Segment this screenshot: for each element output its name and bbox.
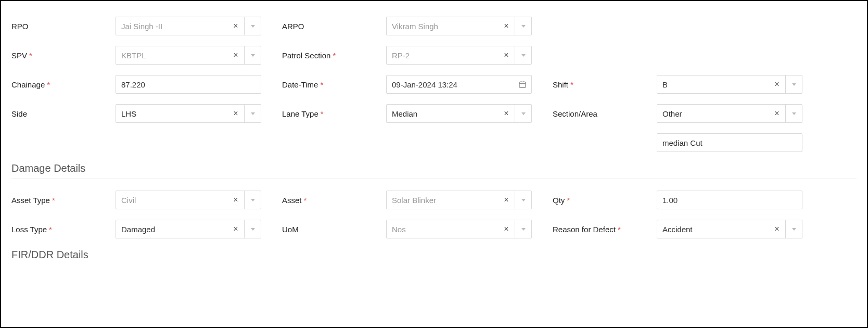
- field-lane-type: Lane Type* Median ×: [282, 104, 542, 123]
- field-asset: Asset* Solar Blinker ×: [282, 191, 542, 209]
- section-area-select[interactable]: Other ×: [657, 104, 802, 123]
- chevron-down-icon[interactable]: [244, 105, 261, 122]
- arpo-value: Vikram Singh: [387, 22, 498, 31]
- lane-type-value: Median: [387, 109, 498, 118]
- field-datetime: Date-Time*: [282, 75, 542, 94]
- label-patrol-section: Patrol Section*: [282, 51, 386, 60]
- side-value: LHS: [116, 109, 227, 118]
- row-rpo-arpo: RPO Jai Singh -II × ARPO Vikram Singh ×: [11, 17, 857, 35]
- shift-value: B: [657, 80, 769, 89]
- chevron-down-icon[interactable]: [515, 46, 531, 64]
- side-select[interactable]: LHS ×: [116, 104, 261, 123]
- section-area-value: Other: [657, 109, 769, 118]
- clear-icon[interactable]: ×: [498, 17, 515, 35]
- chevron-down-icon[interactable]: [244, 46, 261, 64]
- calendar-icon[interactable]: [514, 75, 531, 93]
- field-asset-type: Asset Type* Civil ×: [11, 191, 272, 209]
- row-chainage-date-shift: Chainage* Date-Time* Shift*: [11, 75, 857, 94]
- field-section-area: Section/Area Other ×: [553, 104, 813, 123]
- label-section-area: Section/Area: [553, 109, 657, 118]
- label-qty: Qty*: [553, 196, 657, 205]
- field-spv: SPV* KBTPL ×: [11, 46, 272, 65]
- chevron-down-icon[interactable]: [515, 220, 531, 238]
- clear-icon[interactable]: ×: [227, 46, 244, 64]
- patrol-section-value: RP-2: [387, 51, 498, 60]
- clear-icon[interactable]: ×: [227, 220, 244, 238]
- chevron-down-icon[interactable]: [785, 220, 802, 238]
- clear-icon[interactable]: ×: [498, 191, 515, 209]
- field-uom: UoM Nos ×: [282, 220, 542, 238]
- fir-ddr-header: FIR/DDR Details: [11, 249, 857, 261]
- qty-input-wrap: [657, 191, 802, 209]
- field-qty: Qty*: [553, 191, 813, 209]
- chevron-down-icon[interactable]: [244, 220, 261, 238]
- field-side: Side LHS ×: [11, 104, 272, 123]
- datetime-input[interactable]: [387, 75, 514, 93]
- label-uom: UoM: [282, 225, 386, 234]
- loss-type-value: Damaged: [116, 225, 227, 234]
- svg-rect-0: [519, 82, 526, 87]
- rpo-select[interactable]: Jai Singh -II ×: [116, 17, 261, 35]
- chevron-down-icon[interactable]: [244, 17, 261, 35]
- lane-type-select[interactable]: Median ×: [386, 104, 532, 123]
- qty-input[interactable]: [657, 191, 802, 209]
- label-arpo: ARPO: [282, 22, 386, 31]
- label-shift: Shift*: [553, 80, 657, 89]
- label-asset: Asset*: [282, 196, 386, 205]
- label-lane-type: Lane Type*: [282, 109, 386, 118]
- spv-select[interactable]: KBTPL ×: [116, 46, 261, 65]
- label-spv: SPV*: [11, 51, 116, 60]
- label-loss-type: Loss Type*: [11, 225, 116, 234]
- damage-details-header: Damage Details: [11, 162, 857, 174]
- patrol-section-select[interactable]: RP-2 ×: [386, 46, 532, 65]
- divider: [11, 179, 857, 179]
- clear-icon[interactable]: ×: [227, 191, 244, 209]
- clear-icon[interactable]: ×: [227, 17, 244, 35]
- label-side: Side: [11, 109, 116, 118]
- field-chainage: Chainage*: [11, 75, 272, 94]
- arpo-select[interactable]: Vikram Singh ×: [386, 17, 532, 35]
- row-section-area-other: [11, 133, 857, 152]
- asset-type-select[interactable]: Civil ×: [116, 191, 261, 209]
- field-patrol-section: Patrol Section* RP-2 ×: [282, 46, 542, 65]
- reason-defect-select[interactable]: Accident ×: [657, 220, 802, 238]
- label-reason-defect: Reason for Defect*: [553, 225, 657, 234]
- asset-value: Solar Blinker: [387, 196, 498, 205]
- label-datetime: Date-Time*: [282, 80, 386, 89]
- row-spv-patrol: SPV* KBTPL × Patrol Section* RP-2 ×: [11, 46, 857, 65]
- section-area-other-input[interactable]: [657, 134, 802, 152]
- label-chainage: Chainage*: [11, 80, 116, 89]
- row-losstype-uom-reason: Loss Type* Damaged × UoM Nos × Reason fo…: [11, 220, 857, 238]
- loss-type-select[interactable]: Damaged ×: [116, 220, 261, 238]
- field-rpo: RPO Jai Singh -II ×: [11, 17, 272, 35]
- spv-value: KBTPL: [116, 51, 227, 60]
- reason-defect-value: Accident: [657, 225, 769, 234]
- asset-select[interactable]: Solar Blinker ×: [386, 191, 532, 209]
- chevron-down-icon[interactable]: [515, 105, 531, 122]
- chevron-down-icon[interactable]: [785, 75, 802, 93]
- chainage-input-wrap: [116, 75, 261, 94]
- field-reason-defect: Reason for Defect* Accident ×: [553, 220, 813, 238]
- uom-value: Nos: [387, 225, 498, 234]
- chevron-down-icon[interactable]: [515, 17, 531, 35]
- clear-icon[interactable]: ×: [498, 105, 515, 122]
- field-arpo: ARPO Vikram Singh ×: [282, 17, 542, 35]
- field-loss-type: Loss Type* Damaged ×: [11, 220, 272, 238]
- clear-icon[interactable]: ×: [769, 105, 785, 122]
- rpo-value: Jai Singh -II: [116, 22, 227, 31]
- row-asset-type-asset-qty: Asset Type* Civil × Asset* Solar Blinker…: [11, 191, 857, 209]
- section-area-other-wrap: [657, 133, 802, 152]
- uom-select[interactable]: Nos ×: [386, 220, 532, 238]
- clear-icon[interactable]: ×: [769, 220, 785, 238]
- shift-select[interactable]: B ×: [657, 75, 802, 94]
- clear-icon[interactable]: ×: [498, 220, 515, 238]
- clear-icon[interactable]: ×: [769, 75, 785, 93]
- chevron-down-icon[interactable]: [515, 191, 531, 209]
- clear-icon[interactable]: ×: [498, 46, 515, 64]
- label-rpo: RPO: [11, 22, 116, 31]
- clear-icon[interactable]: ×: [227, 105, 244, 122]
- chevron-down-icon[interactable]: [785, 105, 802, 122]
- chainage-input[interactable]: [116, 75, 261, 93]
- asset-type-value: Civil: [116, 196, 227, 205]
- chevron-down-icon[interactable]: [244, 191, 261, 209]
